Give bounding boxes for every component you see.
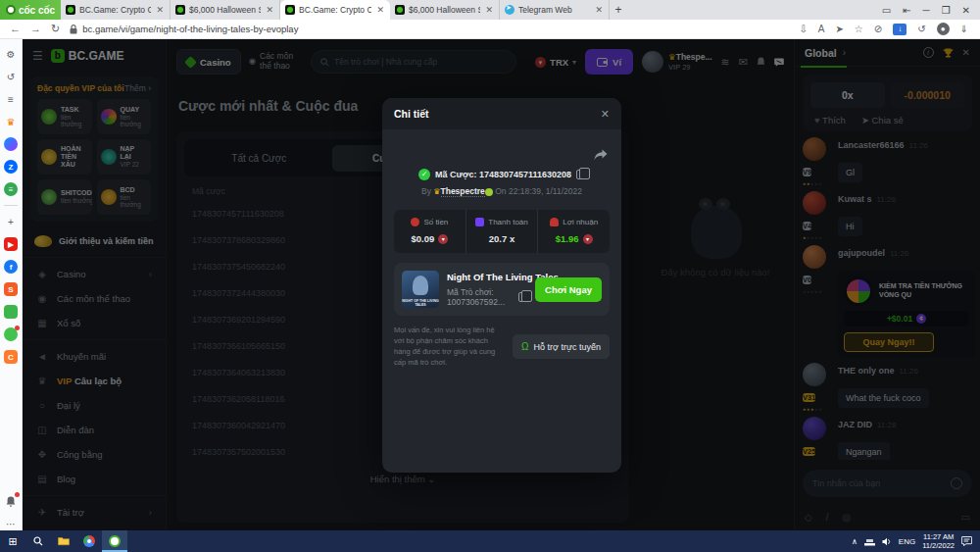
bcgame-page: ☰ b BC.GAME Đặc quyền VIP của tôi Thêm ›… (23, 39, 980, 530)
tab-halloween-1[interactable]: $6,000 Halloween Slot Battle ✕ (171, 0, 280, 20)
tab-close-icon[interactable]: ✕ (155, 5, 165, 15)
downloads-tray-icon[interactable]: ⇓ (960, 24, 968, 34)
gamepad-icon[interactable]: ≡ (4, 182, 18, 196)
play-now-button[interactable]: Chơi Ngay (535, 277, 602, 302)
tab-media-icon[interactable]: ▭ (882, 5, 891, 16)
stat-profit: Lợi nhuận $1.96▾ (537, 210, 610, 253)
payout-wallet-icon (475, 218, 484, 226)
file-explorer-icon[interactable] (51, 530, 76, 552)
modal-title: Chi tiết (394, 108, 601, 120)
telegram-favicon (505, 5, 514, 15)
taskbar-search-icon[interactable] (25, 530, 51, 552)
tab-close-icon[interactable]: ✕ (265, 5, 274, 15)
bet-byline: By ♛Thespectre On 22:18:39, 1/11/2022 (382, 186, 621, 196)
new-tab-button[interactable]: + (610, 0, 627, 20)
bet-stats: Số tiền $0.09▾ Thanh toán 20.7 x Lợi nhu… (394, 210, 610, 253)
coccoc-logo-icon (6, 5, 16, 15)
window-close-button[interactable]: ✕ (962, 5, 970, 16)
browser-brand-label: cốc cốc (19, 5, 55, 16)
green-app-icon[interactable] (4, 305, 18, 319)
copy-game-id-icon[interactable] (518, 292, 527, 302)
messenger-icon[interactable] (4, 137, 18, 151)
download-button[interactable]: ↓ (893, 24, 906, 35)
tab-title: BC.Game: Crypto Casino Gan (299, 5, 371, 15)
verified-check-icon: ✓ (418, 169, 430, 180)
bettor-name[interactable]: Thespectre (441, 186, 485, 197)
stat-payout: Thanh toán 20.7 x (466, 210, 538, 253)
coccoc-taskbar-icon[interactable] (102, 530, 127, 552)
live-support-button[interactable]: Ω Hỗ trợ trực tuyến (513, 334, 610, 359)
start-button[interactable]: ⊞ (0, 530, 25, 552)
trx-coin-icon: ▾ (583, 234, 593, 244)
volume-icon[interactable] (882, 537, 892, 546)
support-note: Mọi vấn đề, xin vui lòng liên hệ với bộ … (394, 326, 505, 369)
trx-coin-icon: ▾ (438, 234, 448, 244)
clock[interactable]: 11:27 AM 11/2/2022 (922, 532, 955, 550)
notifications-bell-icon[interactable] (4, 494, 18, 508)
tab-close-icon[interactable]: ✕ (484, 5, 494, 15)
cart-app-icon[interactable]: C (4, 350, 18, 364)
forward-icon[interactable]: → (30, 23, 41, 35)
window-maximize-button[interactable]: ❐ (942, 5, 951, 16)
translate-icon[interactable]: A (818, 24, 825, 34)
frog-emoji-icon (485, 188, 493, 196)
crown-rewards-icon[interactable]: ♛ (4, 115, 18, 128)
tab-restore-icon[interactable]: ⇤ (903, 5, 910, 16)
window-minimize-button[interactable]: ─ (923, 5, 930, 16)
tab-title: BC.Game: Crypto Casino Gan (79, 5, 151, 15)
browser-profile-avatar[interactable]: ● (937, 23, 950, 35)
bcgame-favicon (285, 5, 295, 15)
windows-taskbar: ⊞ ∧ ENG 11:27 AM 11/2/2022 (0, 530, 980, 552)
more-options-icon[interactable]: ⋯ (4, 517, 18, 530)
facebook-icon[interactable]: f (4, 260, 18, 274)
tray-expand-icon[interactable]: ∧ (852, 537, 858, 546)
profit-icon (550, 218, 559, 226)
browser-brand: cốc cốc (0, 0, 61, 20)
share-page-icon[interactable]: ➤ (835, 24, 843, 34)
network-icon[interactable] (864, 537, 875, 546)
history-icon[interactable]: ↺ (4, 70, 18, 83)
back-icon[interactable]: ← (10, 23, 21, 35)
mini-trophy-icon: ♛ (433, 187, 440, 196)
tab-close-icon[interactable]: ✕ (594, 5, 604, 15)
tab-close-icon[interactable]: ✕ (375, 5, 385, 15)
game-id-text: Mã Trò chơi: 10073067592... (447, 287, 514, 307)
refresh-icon[interactable]: ↻ (51, 23, 60, 35)
action-center-icon[interactable] (961, 536, 972, 546)
browser-navbar: ← → ↻ bc.game/vi/game/night-of-the-livin… (0, 20, 980, 39)
browser-tab-strip: cốc cốc BC.Game: Crypto Casino Gan ✕ $6,… (0, 0, 980, 20)
shopee-icon[interactable]: S (4, 282, 18, 296)
tab-bcgame-active[interactable]: BC.Game: Crypto Casino Gan ✕ (280, 0, 390, 20)
game-thumbnail[interactable]: NIGHT OF THE LIVING TALES (402, 271, 439, 308)
share-bet-icon[interactable] (594, 149, 608, 161)
settings-gear-icon[interactable]: ⚙ (4, 47, 18, 61)
zalo-icon[interactable]: Z (4, 160, 18, 174)
save-page-icon[interactable]: ⇩ (799, 24, 807, 34)
chat-app-icon[interactable] (4, 327, 18, 341)
tab-telegram[interactable]: Telegram Web ✕ (500, 0, 610, 20)
tab-title: $6,000 Halloween Slot Battl (409, 5, 480, 15)
add-shortcut-icon[interactable]: + (4, 215, 18, 228)
stat-amount: Số tiền $0.09▾ (394, 210, 466, 253)
tab-bcgame-1[interactable]: BC.Game: Crypto Casino Gan ✕ (61, 0, 171, 20)
address-bar[interactable]: bc.game/vi/game/night-of-the-living-tale… (70, 24, 787, 34)
bet-details-modal: Chi tiết ✕ ✓ Mã Cược: 174830745711163020… (382, 98, 621, 473)
tab-title: Telegram Web (518, 5, 590, 15)
tab-title: $6,000 Halloween Slot Battle (189, 5, 261, 15)
reading-list-icon[interactable]: ≡ (4, 92, 18, 106)
language-indicator[interactable]: ENG (899, 537, 915, 546)
adblock-shield-icon[interactable]: ⊘ (874, 24, 882, 34)
game-title: Night Of The Living Tales (447, 272, 527, 282)
sync-icon[interactable]: ↺ (917, 24, 925, 34)
youtube-icon[interactable]: ▶ (4, 237, 18, 251)
bcgame-favicon (66, 5, 75, 15)
bet-datetime: 22:18:39, 1/11/2022 (509, 186, 582, 196)
headset-icon: Ω (521, 341, 528, 352)
bcgame-favicon (395, 5, 405, 15)
chrome-taskbar-icon[interactable] (76, 530, 102, 552)
tab-halloween-2[interactable]: $6,000 Halloween Slot Battl ✕ (390, 0, 500, 20)
bookmark-star-icon[interactable]: ☆ (855, 24, 863, 34)
copy-bet-id-icon[interactable] (576, 170, 585, 179)
modal-close-icon[interactable]: ✕ (601, 108, 610, 121)
browser-side-rail: ⚙ ↺ ≡ ♛ Z ≡ + ▶ f S C ⋯ (0, 39, 23, 530)
